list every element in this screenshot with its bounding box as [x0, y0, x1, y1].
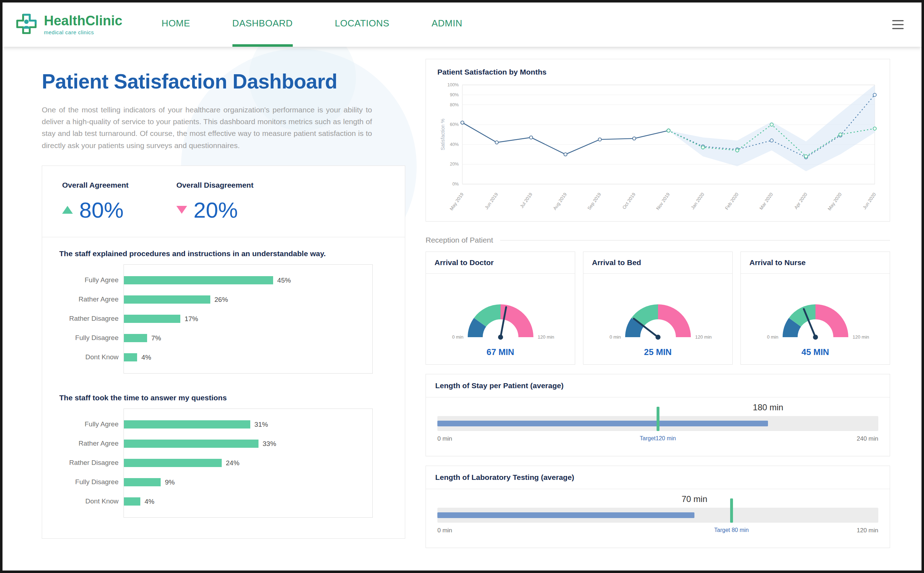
- svg-text:100%: 100%: [447, 82, 459, 88]
- menu-icon[interactable]: [890, 18, 906, 31]
- nav-item-home[interactable]: HOME: [162, 3, 190, 47]
- svg-text:Jun 2020: Jun 2020: [861, 192, 877, 210]
- brand[interactable]: HealthClinic medical care clinics: [3, 3, 122, 47]
- doctor-gauge-value: 67 MIN: [426, 347, 575, 357]
- right-column: Patient Satisfaction by Months 100%90%80…: [425, 59, 890, 548]
- main-nav: HOME DASHBOARD LOCATIONS ADMIN: [162, 3, 462, 47]
- question-title-questions: The staff took the time to answer my que…: [59, 393, 373, 402]
- overall-stats-row: Overall Agreement 80% Overall Disagreeme…: [42, 181, 405, 222]
- svg-text:Satisfaction %: Satisfaction %: [440, 119, 446, 150]
- nav-item-admin[interactable]: ADMIN: [431, 3, 462, 47]
- svg-text:120 min: 120 min: [853, 334, 869, 340]
- gauge-title-nurse: Arrival to Nurse: [750, 258, 806, 266]
- svg-text:0%: 0%: [452, 182, 459, 186]
- svg-text:0 min: 0 min: [767, 334, 778, 340]
- svg-text:120 min: 120 min: [695, 334, 712, 340]
- svg-text:60%: 60%: [450, 122, 459, 127]
- svg-text:Nov 2019: Nov 2019: [655, 192, 671, 211]
- healthclinic-logo-icon: [15, 12, 38, 37]
- nav-item-dashboard[interactable]: DASHBOARD: [232, 3, 293, 47]
- top-navbar: HealthClinic medical care clinics HOME D…: [3, 3, 921, 47]
- question-title-explained: The staff explained procedures and instr…: [59, 249, 373, 258]
- overall-disagreement-stat: Overall Disagreement 20%: [176, 181, 291, 222]
- lab-testing-card: Length of Laboratory Testing (average) 7…: [425, 466, 890, 548]
- bullet-title-lab: Length of Laboratory Testing (average): [435, 473, 574, 481]
- svg-text:20%: 20%: [450, 161, 459, 167]
- reception-section: Reception of Patient: [425, 236, 890, 244]
- svg-text:Jun 2019: Jun 2019: [484, 192, 499, 210]
- divider: [42, 237, 405, 237]
- survey-summary-card: Overall Agreement 80% Overall Disagreeme…: [42, 166, 405, 539]
- svg-text:0 min: 0 min: [609, 334, 621, 340]
- page: HealthClinic medical care clinics HOME D…: [3, 3, 921, 570]
- doctor-gauge-chart: 0 min120 min: [433, 279, 568, 346]
- brand-name: HealthClinic: [44, 14, 122, 28]
- arrival-to-bed-card: Arrival to Bed 0 min120 min 25 MIN: [583, 252, 733, 365]
- overall-agreement-stat: Overall Agreement 80%: [62, 181, 176, 222]
- brand-text: HealthClinic medical care clinics: [44, 14, 122, 35]
- agreement-label: Overall Agreement: [62, 181, 176, 189]
- brand-tagline: medical care clinics: [44, 30, 122, 35]
- dashboard-main: Patient Satisfaction Dashboard One of th…: [3, 47, 921, 548]
- satisfaction-by-months-card: Patient Satisfaction by Months 100%90%80…: [425, 59, 890, 222]
- increase-icon: [62, 206, 73, 214]
- bar-chart-explained: Fully AgreeRather AgreeRather DisagreeFu…: [59, 265, 373, 374]
- arrival-to-nurse-card: Arrival to Nurse 0 min120 min 45 MIN: [740, 252, 890, 365]
- nurse-gauge-value: 45 MIN: [741, 347, 890, 357]
- svg-text:120 min: 120 min: [538, 334, 554, 340]
- gauge-title-doctor: Arrival to Doctor: [435, 258, 494, 266]
- lab-bullet-chart: 70 min0 minTarget 80 min120 min: [426, 489, 890, 548]
- nurse-gauge-chart: 0 min120 min: [748, 279, 883, 346]
- disagreement-label: Overall Disagreement: [176, 181, 291, 189]
- bed-gauge-value: 25 MIN: [584, 347, 732, 357]
- gauges-row: Arrival to Doctor 0 min120 min 67 MIN Ar…: [425, 252, 890, 365]
- satisfaction-line-chart: 100%90%80%60%40%20%0%May 2019Jun 2019Jul…: [438, 79, 884, 218]
- svg-text:May 2019: May 2019: [449, 192, 464, 211]
- nav-item-locations[interactable]: LOCATIONS: [335, 3, 389, 47]
- arrival-to-doctor-card: Arrival to Doctor 0 min120 min 67 MIN: [425, 252, 575, 365]
- svg-text:Jan 2020: Jan 2020: [690, 192, 705, 210]
- svg-text:Mar 2020: Mar 2020: [758, 192, 774, 211]
- svg-text:Feb 2020: Feb 2020: [724, 192, 740, 211]
- decrease-icon: [176, 206, 187, 214]
- svg-text:80%: 80%: [450, 102, 459, 107]
- page-title: Patient Satisfaction Dashboard: [42, 70, 405, 93]
- line-chart-title: Patient Satisfaction by Months: [438, 68, 878, 76]
- svg-text:90%: 90%: [450, 92, 459, 97]
- gauge-title-bed: Arrival to Bed: [592, 258, 641, 266]
- reception-section-label: Reception of Patient: [425, 236, 493, 244]
- intro-paragraph: One of the most telling indicators of yo…: [42, 104, 372, 151]
- bed-gauge-chart: 0 min120 min: [591, 279, 725, 346]
- svg-text:Jul 2019: Jul 2019: [519, 192, 533, 209]
- svg-text:0 min: 0 min: [452, 334, 463, 340]
- svg-text:Oct 2019: Oct 2019: [621, 192, 637, 210]
- svg-text:Apr 2020: Apr 2020: [793, 192, 808, 210]
- length-of-stay-card: Length of Stay per Patient (average) 180…: [425, 374, 890, 456]
- agreement-value: 80%: [79, 197, 124, 222]
- bullet-title-stay: Length of Stay per Patient (average): [435, 381, 563, 390]
- bar-chart-questions: Fully AgreeRather AgreeRather DisagreeFu…: [59, 409, 373, 518]
- svg-text:Sep 2019: Sep 2019: [586, 192, 602, 211]
- svg-text:May 2020: May 2020: [827, 192, 842, 211]
- svg-text:Aug 2019: Aug 2019: [552, 192, 568, 211]
- stay-bullet-chart: 180 min0 minTarget120 min240 min: [426, 398, 890, 456]
- section-divider-line: [500, 240, 890, 241]
- disagreement-value: 20%: [193, 197, 238, 222]
- svg-text:40%: 40%: [450, 142, 459, 147]
- left-column: Patient Satisfaction Dashboard One of th…: [42, 59, 405, 548]
